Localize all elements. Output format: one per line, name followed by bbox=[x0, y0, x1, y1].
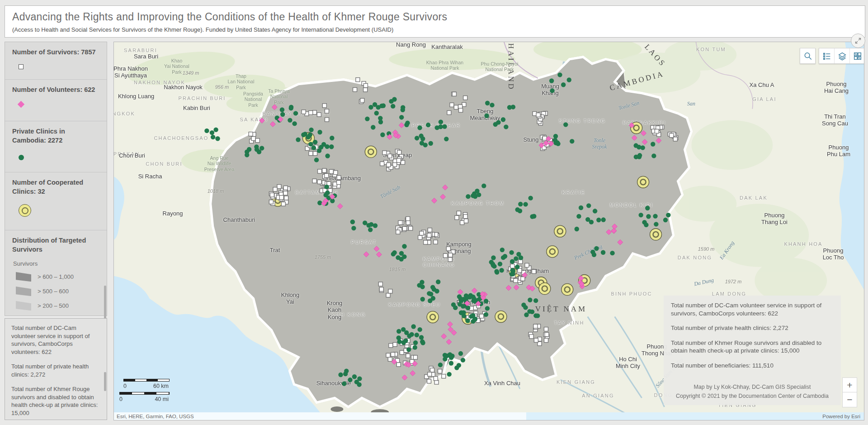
clinic-marker[interactable] bbox=[453, 306, 458, 310]
survivor-marker[interactable] bbox=[536, 113, 540, 117]
volunteer-marker[interactable] bbox=[618, 239, 623, 245]
clinic-marker[interactable] bbox=[380, 133, 385, 137]
clinic-marker[interactable] bbox=[426, 123, 430, 127]
survivor-marker[interactable] bbox=[388, 154, 392, 158]
clinic-marker[interactable] bbox=[666, 213, 670, 217]
volunteer-marker[interactable] bbox=[337, 204, 343, 209]
survivor-marker[interactable] bbox=[521, 277, 525, 281]
clinic-marker[interactable] bbox=[484, 299, 488, 303]
survivor-marker[interactable] bbox=[427, 379, 431, 383]
clinic-marker[interactable] bbox=[399, 251, 404, 256]
clinic-marker[interactable] bbox=[535, 313, 540, 318]
clinic-marker[interactable] bbox=[303, 132, 307, 136]
survivor-marker[interactable] bbox=[255, 138, 259, 143]
survivor-marker[interactable] bbox=[434, 240, 438, 244]
survivor-marker[interactable] bbox=[386, 293, 390, 297]
survivor-marker[interactable] bbox=[544, 339, 548, 343]
survivor-marker[interactable] bbox=[463, 215, 467, 219]
clinic-marker[interactable] bbox=[289, 105, 293, 110]
clinic-marker[interactable] bbox=[575, 227, 579, 231]
cooperated-clinic-marker[interactable] bbox=[365, 146, 377, 158]
volunteer-marker[interactable] bbox=[656, 138, 661, 143]
volunteer-marker[interactable] bbox=[272, 105, 277, 110]
survivor-marker[interactable] bbox=[387, 163, 391, 167]
survivor-marker[interactable] bbox=[363, 83, 368, 87]
survivor-marker[interactable] bbox=[532, 269, 536, 273]
clinic-marker[interactable] bbox=[363, 220, 367, 225]
survivor-marker[interactable] bbox=[360, 98, 364, 102]
clinic-marker[interactable] bbox=[365, 116, 369, 121]
legend-item-clinics[interactable]: Private Clinics in Cambodia: 2272 bbox=[5, 121, 107, 172]
clinic-marker[interactable] bbox=[461, 304, 465, 308]
clinic-marker[interactable] bbox=[392, 97, 396, 101]
clinic-marker[interactable] bbox=[391, 104, 395, 108]
survivor-marker[interactable] bbox=[428, 372, 432, 376]
clinic-marker[interactable] bbox=[448, 352, 452, 357]
survivor-marker[interactable] bbox=[533, 324, 538, 328]
clinic-marker[interactable] bbox=[509, 250, 514, 255]
survivor-marker[interactable] bbox=[438, 369, 442, 373]
survivor-marker[interactable] bbox=[269, 200, 273, 204]
layers-button[interactable] bbox=[834, 48, 849, 63]
cooperated-clinic-marker[interactable] bbox=[427, 311, 439, 323]
survivor-marker[interactable] bbox=[463, 96, 467, 100]
clinic-marker[interactable] bbox=[368, 227, 373, 232]
survivor-marker[interactable] bbox=[413, 355, 417, 359]
clinic-marker[interactable] bbox=[405, 120, 410, 125]
survivor-marker[interactable] bbox=[418, 235, 422, 239]
clinic-marker[interactable] bbox=[324, 185, 329, 189]
clinic-marker[interactable] bbox=[280, 107, 284, 112]
clinic-marker[interactable] bbox=[330, 136, 334, 140]
clinic-marker[interactable] bbox=[585, 217, 590, 222]
clinic-marker[interactable] bbox=[438, 363, 443, 367]
survivor-marker[interactable] bbox=[455, 215, 459, 220]
clinic-marker[interactable] bbox=[296, 137, 300, 142]
clinic-marker[interactable] bbox=[484, 114, 489, 118]
survivor-marker[interactable] bbox=[325, 109, 329, 113]
clinic-marker[interactable] bbox=[500, 248, 505, 252]
volunteer-marker[interactable] bbox=[642, 139, 647, 145]
volunteer-marker[interactable] bbox=[443, 185, 448, 190]
clinic-marker[interactable] bbox=[530, 214, 534, 219]
clinic-marker[interactable] bbox=[490, 103, 494, 107]
volunteer-marker[interactable] bbox=[399, 123, 404, 128]
clinic-marker[interactable] bbox=[204, 129, 209, 133]
clinic-marker[interactable] bbox=[292, 121, 297, 126]
clinic-marker[interactable] bbox=[596, 218, 601, 222]
survivor-marker[interactable] bbox=[673, 137, 677, 141]
volunteer-marker[interactable] bbox=[472, 288, 477, 293]
clinic-marker[interactable] bbox=[255, 147, 259, 152]
clinic-marker[interactable] bbox=[533, 298, 538, 303]
clinic-marker[interactable] bbox=[516, 252, 521, 257]
survivor-marker[interactable] bbox=[380, 162, 384, 166]
clinic-marker[interactable] bbox=[447, 372, 452, 377]
volunteer-marker[interactable] bbox=[458, 289, 463, 295]
legend-button[interactable] bbox=[819, 48, 834, 63]
survivor-marker[interactable] bbox=[442, 374, 446, 378]
clinic-marker[interactable] bbox=[397, 339, 401, 344]
survivor-marker[interactable] bbox=[450, 103, 454, 107]
clinic-marker[interactable] bbox=[210, 130, 214, 135]
clinic-marker[interactable] bbox=[481, 183, 486, 188]
survivor-marker[interactable] bbox=[545, 333, 549, 337]
survivor-marker[interactable] bbox=[420, 231, 424, 235]
clinic-marker[interactable] bbox=[413, 340, 418, 345]
clinic-marker[interactable] bbox=[501, 117, 505, 122]
survivor-marker[interactable] bbox=[519, 260, 523, 264]
cooperated-clinic-marker[interactable] bbox=[561, 284, 573, 296]
survivor-marker[interactable] bbox=[302, 110, 306, 114]
clinic-marker[interactable] bbox=[354, 380, 359, 384]
clinic-marker[interactable] bbox=[436, 280, 440, 284]
survivor-marker[interactable] bbox=[434, 380, 439, 384]
clinic-marker[interactable] bbox=[280, 112, 285, 117]
clinic-marker[interactable] bbox=[561, 82, 566, 87]
map-canvas[interactable]: THAILANDLAOSCAMBODIAVIỆT NAMSARABURINAKH… bbox=[113, 42, 864, 420]
clinic-marker[interactable] bbox=[211, 135, 215, 139]
clinic-marker[interactable] bbox=[524, 312, 528, 317]
clinic-marker[interactable] bbox=[586, 203, 591, 208]
volunteer-marker[interactable] bbox=[270, 121, 275, 127]
volunteer-marker[interactable] bbox=[514, 285, 519, 290]
clinic-marker[interactable] bbox=[567, 77, 571, 82]
survivor-marker[interactable] bbox=[396, 363, 401, 367]
clinic-marker[interactable] bbox=[468, 293, 473, 298]
